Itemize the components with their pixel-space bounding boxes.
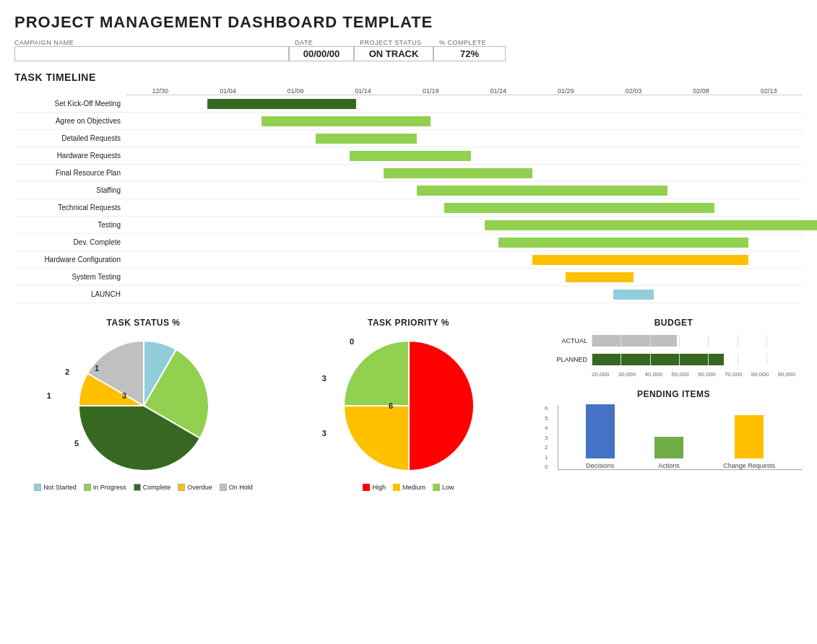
task-priority-svg — [337, 334, 481, 478]
gantt-date-label: 01/24 — [464, 87, 532, 95]
grid-line — [679, 335, 680, 347]
gantt-header: 12/3001/0401/0901/1401/1901/2401/2902/03… — [126, 87, 803, 95]
gantt-row: Technical Requests — [14, 199, 803, 217]
gantt-date-label: 12/30 — [126, 87, 194, 95]
gantt-bars-area — [126, 113, 803, 129]
gantt-row: Hardware Configuration — [14, 251, 803, 269]
right-charts: BUDGET ACTUALPLANNED20,00030,00040,00050… — [545, 318, 803, 491]
y-label: 3 — [545, 435, 548, 441]
bottom-section: TASK STATUS % 13512 Not StartedIn Progre… — [14, 318, 803, 491]
grid-line — [766, 354, 767, 365]
gantt-bar — [261, 116, 431, 126]
grid-line — [738, 335, 738, 347]
budget-axis-label: 20,000 — [592, 371, 609, 378]
complete-value: 72% — [433, 46, 506, 61]
grid-line — [708, 354, 709, 365]
gantt-row: Dev. Complete — [14, 234, 803, 251]
gantt-bars-area — [126, 217, 803, 233]
grid-line — [679, 354, 680, 365]
pie-label: 3 — [322, 429, 327, 438]
y-label: 5 — [545, 415, 548, 422]
gantt-row: System Testing — [14, 269, 803, 286]
gantt-body: Set Kick-Off MeetingAgree on ObjectivesD… — [14, 95, 803, 303]
gantt-task-label: Hardware Configuration — [14, 256, 126, 264]
budget-axis-label: 40,000 — [645, 371, 662, 378]
task-status-legend: Not StartedIn ProgressCompleteOverdueOn … — [14, 484, 272, 491]
gantt-row: Testing — [14, 217, 803, 234]
gantt-bars-area — [126, 182, 803, 199]
gantt-bars-area — [126, 199, 803, 216]
budget-axis-label: 90,000 — [777, 371, 795, 378]
pie-label: 3 — [322, 374, 327, 383]
legend-label: Complete — [143, 484, 171, 491]
pending-section: PENDING ITEMS 0123456 DecisionsActionsCh… — [545, 389, 803, 470]
gantt-bars-area — [126, 165, 803, 181]
legend-color — [393, 484, 400, 491]
pie-slice — [344, 406, 409, 471]
gantt-date-label: 02/13 — [735, 87, 803, 95]
legend-color — [433, 484, 440, 491]
gantt-bar — [384, 168, 532, 178]
grid-line — [708, 335, 709, 347]
legend-label: In Progress — [93, 484, 126, 491]
date-value: 00/00/00 — [289, 46, 354, 61]
task-priority-chart: TASK PRIORITY % 6330 HighMediumLow — [280, 318, 537, 491]
grid-line — [766, 335, 767, 347]
budget-row-label: ACTUAL — [552, 337, 592, 344]
gantt-task-label: LAUNCH — [14, 290, 126, 298]
gantt-date-label: 01/14 — [329, 87, 397, 95]
pending-bar — [735, 415, 764, 458]
legend-label: High — [372, 484, 386, 491]
campaign-value — [14, 46, 289, 61]
budget-axis: 20,00030,00040,00050,00060,00070,00080,0… — [552, 371, 795, 378]
gantt-bars-area — [126, 251, 803, 268]
gantt-date-label: 01/09 — [261, 87, 329, 95]
gantt-bars-area — [126, 286, 803, 303]
legend-item: Not Started — [34, 484, 77, 491]
gantt-chart: 12/3001/0401/0901/1401/1901/2401/2902/03… — [14, 87, 803, 303]
pending-bar — [654, 437, 683, 458]
grid-line — [650, 354, 651, 365]
legend-color — [134, 484, 141, 491]
date-label: DATE — [289, 39, 354, 46]
budget-row: PLANNED — [552, 352, 795, 367]
budget-row: ACTUAL — [552, 334, 795, 348]
gantt-row: Set Kick-Off Meeting — [14, 95, 803, 113]
grid-line — [621, 335, 621, 347]
pending-bar-col: Actions — [654, 437, 683, 469]
gantt-date-label: 01/04 — [194, 87, 262, 95]
budget-axis-label: 30,000 — [618, 371, 636, 378]
task-status-pie: 13512 — [14, 334, 272, 478]
gantt-bars-area — [126, 95, 803, 112]
campaign-label: CAMPAIGN NAME — [14, 39, 289, 46]
legend-color — [84, 484, 91, 491]
pending-bar-col: Decisions — [586, 404, 615, 469]
gantt-task-label: Staffing — [14, 186, 126, 194]
grid-line — [592, 335, 592, 347]
gantt-task-label: Dev. Complete — [14, 238, 126, 246]
pending-chart: 0123456 DecisionsActionsChange Requests — [545, 405, 803, 470]
y-label: 2 — [545, 444, 548, 451]
budget-bar — [592, 354, 724, 365]
gantt-bar — [316, 134, 417, 144]
budget-bar-wrap — [592, 354, 795, 365]
budget-bar — [592, 335, 677, 347]
gantt-task-label: Agree on Objectives — [14, 117, 126, 125]
gantt-bar — [444, 203, 714, 213]
legend-item: High — [363, 484, 386, 491]
pending-bar-label: Change Requests — [723, 462, 775, 469]
pending-bar-label: Decisions — [586, 462, 614, 469]
gantt-row: Detailed Requests — [14, 130, 803, 147]
grid-line — [738, 354, 738, 365]
gantt-bars-area — [126, 234, 803, 251]
gantt-bars-area — [126, 269, 803, 285]
task-status-title: TASK STATUS % — [14, 318, 272, 328]
budget-axis-label: 70,000 — [725, 371, 742, 378]
grid-line — [650, 335, 651, 347]
gantt-row: Agree on Objectives — [14, 113, 803, 130]
pending-y-labels: 0123456 — [545, 405, 548, 470]
gantt-bar — [498, 238, 748, 248]
legend-label: Not Started — [43, 484, 77, 491]
pending-bars: DecisionsActionsChange Requests — [558, 405, 803, 470]
gantt-bar — [350, 151, 471, 161]
